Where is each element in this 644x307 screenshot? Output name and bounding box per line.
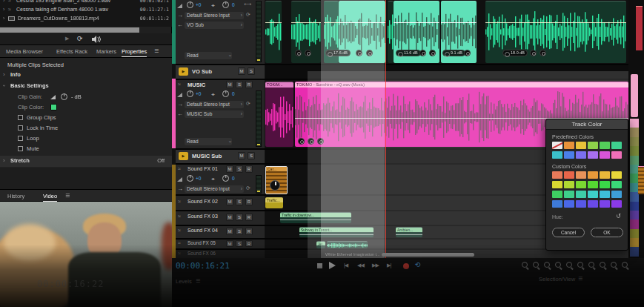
color-swatch[interactable] bbox=[588, 171, 598, 179]
tab-video[interactable]: Video bbox=[43, 193, 57, 202]
color-swatch[interactable] bbox=[630, 229, 639, 238]
zoom-to-outpoint-icon[interactable] bbox=[599, 261, 608, 270]
hue-reset-icon[interactable]: ↺ bbox=[616, 213, 621, 219]
color-swatch[interactable] bbox=[552, 142, 562, 149]
checkbox-label[interactable]: Group Clips bbox=[27, 114, 56, 121]
section-basic-settings[interactable]: Basic Settings bbox=[10, 82, 49, 89]
clip-music-1[interactable]: TOKiM... bbox=[265, 82, 293, 147]
checkbox-label[interactable]: Lock in Time bbox=[27, 125, 58, 131]
color-swatch[interactable] bbox=[600, 151, 610, 159]
skip-to-end-button[interactable]: ▶| bbox=[387, 262, 391, 269]
color-swatch[interactable] bbox=[588, 200, 598, 208]
solo-button[interactable]: S bbox=[236, 165, 243, 173]
io-toggle-icon[interactable]: ⟷ bbox=[244, 1, 251, 7]
color-swatch[interactable] bbox=[630, 137, 639, 146]
zoom-to-selection-icon[interactable] bbox=[577, 261, 586, 270]
clip-fx-badge[interactable] bbox=[530, 50, 537, 56]
clip-gain-badge[interactable] bbox=[298, 138, 305, 145]
mute-button[interactable]: M bbox=[226, 81, 233, 88]
color-swatch[interactable] bbox=[611, 171, 622, 179]
automation-mode-selector[interactable]: Read› bbox=[185, 138, 232, 145]
color-swatch[interactable] bbox=[630, 156, 639, 165]
volume-knob[interactable] bbox=[187, 175, 193, 182]
color-swatch[interactable] bbox=[611, 191, 622, 198]
color-swatch[interactable] bbox=[588, 151, 598, 159]
solo-button[interactable]: S bbox=[248, 67, 255, 75]
speaker-icon[interactable] bbox=[92, 36, 102, 43]
color-swatch[interactable] bbox=[630, 119, 639, 128]
volume-envelope[interactable] bbox=[441, 22, 477, 23]
loop-playback-button[interactable]: ⟲ bbox=[415, 261, 421, 268]
cancel-button[interactable]: Cancel bbox=[552, 228, 585, 237]
output-selector[interactable]: MUSIC Sub› bbox=[185, 110, 244, 118]
selection-view-menu-icon[interactable]: ☰ bbox=[578, 276, 582, 282]
stop-button[interactable] bbox=[317, 263, 322, 268]
expand-icon[interactable]: › bbox=[3, 0, 4, 5]
mute-button[interactable]: M bbox=[226, 214, 233, 221]
color-swatch[interactable] bbox=[630, 238, 639, 247]
vertical-scrollbar[interactable] bbox=[631, 74, 638, 117]
color-swatch[interactable] bbox=[576, 151, 586, 159]
section-chevron-icon[interactable]: › bbox=[3, 71, 5, 78]
clip-fx-traffic[interactable]: Traffic... bbox=[265, 197, 283, 208]
clip-comment-badge[interactable] bbox=[429, 50, 436, 56]
color-swatch[interactable] bbox=[564, 142, 574, 149]
color-swatch[interactable] bbox=[600, 142, 610, 149]
file-row[interactable]: › ≈ Cessna 195 Engine Start_2 48000 1.wa… bbox=[0, 0, 172, 5]
zoom-out-horizontal-icon[interactable] bbox=[543, 261, 553, 270]
arm-record-button[interactable]: R bbox=[245, 240, 253, 247]
solo-button[interactable]: S bbox=[236, 228, 243, 235]
zoom-out-vertical-icon[interactable] bbox=[565, 261, 575, 270]
mute-button[interactable]: M bbox=[226, 198, 233, 205]
color-swatch[interactable] bbox=[630, 247, 639, 256]
tab-properties[interactable]: Properties bbox=[122, 48, 147, 57]
clip-fx-badge[interactable] bbox=[464, 50, 471, 56]
clip-vo-1[interactable] bbox=[265, 1, 282, 63]
clip-gain-badge[interactable] bbox=[295, 50, 302, 56]
section-chevron-icon[interactable]: › bbox=[1, 85, 7, 87]
mute-button[interactable]: M bbox=[238, 152, 245, 159]
expand-icon[interactable]: › bbox=[3, 14, 4, 23]
ok-button[interactable]: OK bbox=[591, 228, 623, 237]
color-swatch[interactable] bbox=[552, 200, 562, 208]
checkbox-label[interactable]: Mute bbox=[27, 145, 39, 152]
color-swatch[interactable] bbox=[630, 202, 639, 211]
mute-button[interactable]: M bbox=[226, 228, 233, 235]
zoom-playhead-icon[interactable] bbox=[621, 261, 631, 270]
zoom-reset-icon[interactable] bbox=[610, 261, 620, 270]
auto-play-icon[interactable]: ▶ bbox=[65, 36, 69, 42]
volume-envelope[interactable] bbox=[485, 22, 626, 23]
horizontal-scrollbar[interactable] bbox=[382, 253, 474, 257]
playhead[interactable] bbox=[385, 0, 386, 258]
color-swatch[interactable] bbox=[576, 171, 586, 179]
tab-media-browser[interactable]: Media Browser bbox=[6, 48, 43, 55]
color-swatch[interactable] bbox=[552, 181, 562, 188]
automation-mode-selector[interactable]: Read› bbox=[185, 52, 232, 59]
color-swatch[interactable] bbox=[576, 181, 586, 188]
files-scrollbar-thumb[interactable] bbox=[0, 27, 139, 33]
color-swatch[interactable] bbox=[552, 171, 562, 179]
tab-effects-rack[interactable]: Effects Rack bbox=[56, 48, 87, 55]
color-swatch[interactable] bbox=[630, 219, 639, 228]
expand-icon[interactable]: › bbox=[3, 5, 4, 14]
playhead-timecode[interactable]: 00:00:16:21 bbox=[176, 261, 230, 271]
pan-knob[interactable] bbox=[222, 175, 229, 182]
solo-button[interactable]: S bbox=[236, 81, 243, 88]
zoom-in-horizontal-icon[interactable] bbox=[532, 261, 542, 270]
record-button[interactable] bbox=[403, 263, 409, 269]
color-swatch[interactable] bbox=[611, 142, 622, 149]
arm-record-button[interactable]: R bbox=[245, 214, 253, 221]
file-row[interactable]: › Dreamers_CutDowns_180813.mp4 00:01:11:… bbox=[0, 14, 172, 23]
monitor-icon[interactable]: ⟳ bbox=[246, 12, 250, 18]
file-row[interactable]: › ≈ Cessna taking off Denham 48000 1.wav… bbox=[0, 5, 172, 14]
color-swatch[interactable] bbox=[552, 151, 562, 159]
clip-gain-label[interactable]: 9.1 dB bbox=[442, 50, 465, 56]
input-selector[interactable]: Default Stereo Input› bbox=[185, 185, 244, 193]
monitor-icon[interactable]: ⟳ bbox=[246, 185, 250, 191]
zoom-in-vertical-icon[interactable] bbox=[554, 261, 564, 270]
color-swatch[interactable] bbox=[600, 191, 610, 198]
pan-knob[interactable] bbox=[222, 1, 229, 8]
clip-gain-knob-hud[interactable] bbox=[270, 180, 280, 191]
arm-record-button[interactable]: R bbox=[245, 198, 253, 205]
volume-knob[interactable] bbox=[187, 1, 193, 8]
